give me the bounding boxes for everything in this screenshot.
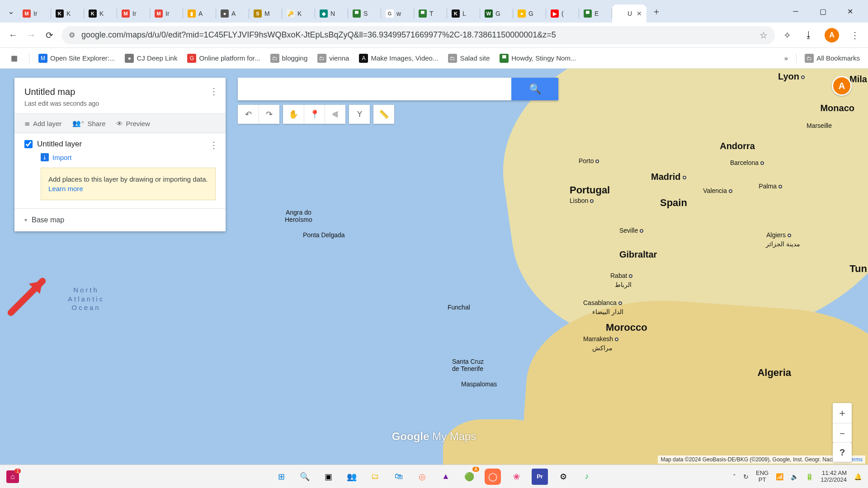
add-layer-button[interactable]: ≣Add layer [24,119,61,127]
browser-tab[interactable]: MIr [150,5,183,23]
undo-button[interactable]: ↶ [238,105,259,124]
battery-icon[interactable]: 🔋 [806,473,813,480]
browser-tab[interactable]: ▀S [348,5,381,23]
browser-tab[interactable]: ▮A [183,5,216,23]
browser-tab[interactable]: ●G [513,5,546,23]
site-info-icon[interactable]: ⚙ [69,31,75,39]
tab-favicon: ▀ [419,9,427,18]
browser-tab[interactable]: U✕ [612,5,646,23]
browser-tab[interactable]: KK [84,5,117,23]
add-marker-button[interactable]: 📍 [304,105,325,124]
browser-tab[interactable]: SM [249,5,282,23]
window-maximize-icon[interactable]: ▢ [817,7,828,16]
bookmark-star-icon[interactable]: ☆ [760,30,768,41]
browser-tab[interactable]: ●A [216,5,249,23]
bookmark-item[interactable]: MOpen Site Explorer:... [38,54,115,63]
windows-taskbar: ⌂1 ⊞ 🔍 ▣ 👥 🗂 🛍 ◎ ▲ 🟢A ◯ ❀ Pr ⚙ ♪ ˄ ↻ ENG… [0,465,868,488]
task-view-icon[interactable]: ▣ [320,469,336,485]
new-tab-button[interactable]: ＋ [649,4,664,19]
taskbar-app-chrome[interactable]: 🟢A [461,469,477,485]
start-button[interactable]: ⊞ [273,469,289,485]
taskbar-search-icon[interactable]: 🔍 [297,469,313,485]
import-button[interactable]: ⭳ Import [41,153,216,161]
map-menu-icon[interactable]: ⋮ [209,86,218,97]
browser-tab[interactable]: ▶( [546,5,579,23]
help-button[interactable]: ? [833,443,852,462]
bookmark-item[interactable]: ▀Howdy, Stingy Nom... [500,54,576,63]
taskbar-app-spotify[interactable]: ♪ [579,469,595,485]
bookmark-item[interactable]: 🗀Salad site [448,54,490,63]
zoom-out-button[interactable]: － [833,423,852,443]
bookmark-item[interactable]: AMake Images, Video... [359,54,438,63]
wifi-icon[interactable]: 📶 [776,473,783,480]
extensions-icon[interactable]: ✧ [781,29,793,41]
preview-button[interactable]: 👁Preview [116,119,150,127]
city-label: مدينة الجزائر [766,240,800,248]
tab-label: E [594,10,599,17]
browser-tab[interactable]: ▀E [579,5,612,23]
map-search-input[interactable] [238,78,511,100]
bookmark-item[interactable]: 🗀blogging [270,54,308,63]
tab-close-icon[interactable]: ✕ [637,10,642,17]
window-close-icon[interactable]: ✕ [844,7,855,16]
layer-visibility-checkbox[interactable] [24,140,33,148]
browser-tab[interactable]: ◆N [315,5,348,23]
tray-chevron-icon[interactable]: ˄ [733,473,736,480]
taskbar-pinned-app[interactable]: ⌂1 [6,470,19,483]
tabs-dropdown-icon[interactable]: ⌄ [4,4,18,19]
notifications-icon[interactable]: 🔔 [854,473,862,480]
tab-label: w [396,10,401,17]
downloads-icon[interactable]: ⭳ [803,29,815,41]
measure-button[interactable]: 📏 [373,105,394,124]
learn-more-link[interactable]: Learn more [48,185,83,192]
zoom-in-button[interactable]: ＋ [833,403,852,423]
share-button[interactable]: 👥⁺Share [72,119,105,127]
pan-tool-button[interactable]: ✋ [283,105,304,124]
clock[interactable]: 11:42 AM12/2/2024 [821,470,847,483]
layer-name[interactable]: Untitled layer [37,140,82,149]
taskbar-app[interactable]: ❀ [508,469,524,485]
map-search-button[interactable]: 🔍 [511,78,558,100]
nav-forward-icon[interactable]: → [25,29,37,41]
chrome-menu-icon[interactable]: ⋮ [849,29,861,41]
browser-tab[interactable]: MIr [117,5,150,23]
bookmark-item[interactable]: GOnline platform for... [187,54,260,63]
all-bookmarks-link[interactable]: 🗀All Bookmarks [805,54,860,63]
bookmark-item[interactable]: 🗀vienna [317,54,349,63]
draw-line-button[interactable]: ⫷ [325,105,345,124]
browser-tab[interactable]: ▀T [414,5,447,23]
bookmark-item[interactable]: ●CJ Deep Link [125,54,177,63]
redo-button[interactable]: ↷ [259,105,279,124]
tab-label: S [363,10,368,17]
chrome-profile-avatar[interactable]: A [825,28,839,42]
country-label: Portugal [570,184,610,196]
taskbar-app-settings[interactable]: ⚙ [555,469,571,485]
tray-sync-icon[interactable]: ↻ [743,473,749,480]
browser-tab[interactable]: KL [447,5,480,23]
nav-back-icon[interactable]: ← [7,29,19,41]
nav-reload-icon[interactable]: ⟳ [43,29,55,41]
language-indicator[interactable]: ENGPT [756,470,769,483]
browser-tab[interactable]: Gw [381,5,414,23]
google-account-avatar[interactable]: A [832,76,852,96]
address-bar[interactable]: ⚙ google.com/maps/d/u/0/edit?mid=1C45FLY… [61,26,775,44]
taskbar-app-teams[interactable]: 👥 [344,469,360,485]
browser-tab[interactable]: WG [480,5,513,23]
volume-icon[interactable]: 🔈 [791,473,798,480]
base-map-toggle[interactable]: ▾ Base map [14,208,226,231]
window-minimize-icon[interactable]: ─ [790,7,801,16]
taskbar-app-premiere[interactable]: Pr [532,469,548,485]
browser-tab[interactable]: 🔑K [282,5,315,23]
layer-menu-icon[interactable]: ⋮ [209,140,218,150]
browser-tab[interactable]: KK [51,5,84,23]
taskbar-app-store[interactable]: 🛍 [391,469,407,485]
taskbar-app[interactable]: ◯ [485,469,501,485]
bookmark-overflow-icon[interactable]: » [784,54,788,62]
taskbar-app-explorer[interactable]: 🗂 [367,469,383,485]
taskbar-app-brave[interactable]: ◎ [414,469,430,485]
map-title[interactable]: Untitled map [24,87,216,97]
directions-button[interactable]: 𝖸 [349,105,370,124]
apps-grid-icon[interactable]: ▦ [8,52,20,64]
browser-tab[interactable]: MIr [18,5,51,23]
taskbar-app[interactable]: ▲ [438,469,454,485]
